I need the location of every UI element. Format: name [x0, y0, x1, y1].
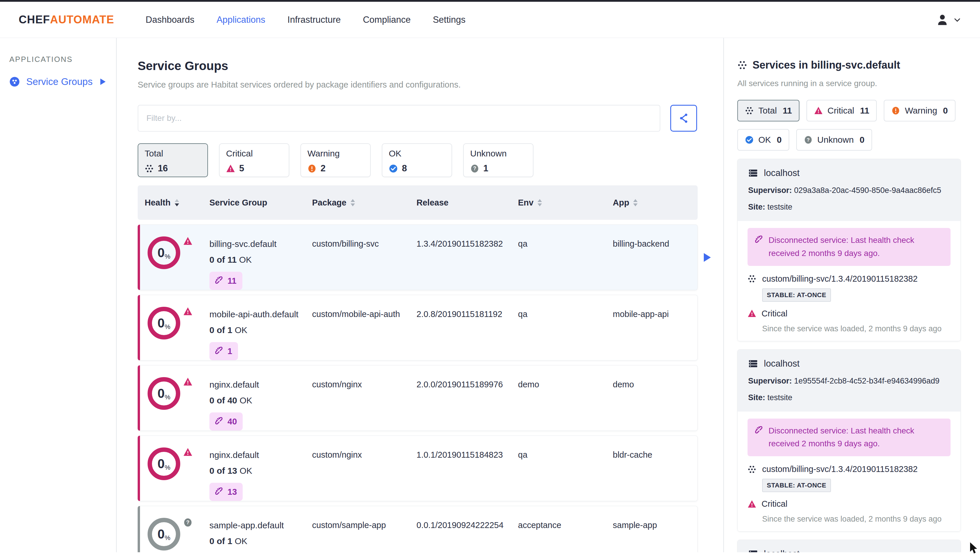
panel-status-chips: Total 11 Critical 11 Warning 0 OK 0 ? Un…	[737, 100, 961, 151]
release-cell: 1.0.1/20190115184823	[417, 436, 518, 501]
unknown-icon: ?	[470, 164, 479, 173]
column-header-service-group[interactable]: Service Group	[209, 198, 312, 208]
site-line: Site: testsite	[748, 393, 950, 402]
filter-input[interactable]	[138, 105, 660, 132]
ok-icon	[745, 136, 754, 144]
chip-label: Unknown	[817, 135, 854, 145]
panel-status-chip-critical[interactable]: Critical 11	[807, 100, 877, 121]
status-filter-card-total[interactable]: Total 16	[138, 143, 208, 177]
status-card-label: Warning	[307, 148, 364, 158]
service-group-row[interactable]: 0% mobile-api-auth.default 0 of 1 OK 1 c…	[138, 295, 698, 361]
column-header-package[interactable]: Package	[312, 198, 417, 208]
app-cell: billing-backend	[613, 225, 697, 290]
column-header-app[interactable]: App	[613, 198, 698, 208]
broken-link-icon	[215, 487, 224, 496]
sidebar-heading: APPLICATIONS	[10, 55, 116, 64]
service-card-body: Disconnected service: Last health check …	[738, 412, 961, 532]
service-group-row[interactable]: 0% nginx.default 0 of 40 OK 40 custom/ng…	[138, 365, 698, 431]
svg-text:?: ?	[186, 520, 189, 525]
service-group-cell: billing-svc.default 0 of 11 OK 11	[209, 225, 312, 290]
chip-label: Critical	[827, 106, 854, 116]
health-status-line: Critical	[748, 499, 951, 509]
panel-status-chip-ok[interactable]: OK 0	[737, 129, 789, 151]
nav-item-dashboards[interactable]: Dashboards	[146, 14, 194, 25]
column-header-health[interactable]: Health	[145, 198, 209, 208]
chip-count: 0	[859, 135, 864, 145]
env-cell: qa	[518, 295, 613, 360]
package-cell: custom/billing-svc	[312, 225, 417, 290]
package-cell: custom/nginx	[312, 436, 417, 501]
disconnected-badge: 11	[209, 272, 242, 290]
app-cell: bldr-cache	[613, 436, 697, 501]
ok-count: 0 of 1 OK	[209, 324, 306, 337]
service-group-cell: nginx.default 0 of 13 OK 13	[209, 436, 312, 501]
service-group-name: nginx.default	[209, 378, 306, 391]
status-filter-cards: Total 16 Critical 5 Warning 2 OK 8 Unkno…	[138, 143, 698, 177]
service-group-name: billing-svc.default	[209, 238, 306, 251]
update-strategy-badge: STABLE: AT-ONCE	[762, 479, 831, 492]
nav-item-infrastructure[interactable]: Infrastructure	[288, 14, 341, 25]
since-line: Since the service was loaded, 2 months 9…	[762, 515, 951, 524]
sidebar-item-service-groups[interactable]: Service Groups	[10, 76, 116, 87]
service-group-cell: nginx.default 0 of 40 OK 40	[209, 366, 312, 431]
release-cell: 1.3.4/20190115182382	[417, 225, 518, 290]
service-group-name: sample-app.default	[209, 519, 306, 532]
critical-icon	[226, 164, 235, 173]
critical-icon	[748, 500, 756, 508]
env-cell: qa	[518, 436, 613, 501]
person-icon	[935, 13, 949, 27]
services-icon	[745, 106, 754, 115]
critical-icon	[183, 447, 192, 501]
services-panel: Services in billing-svc.default All serv…	[723, 38, 980, 552]
server-icon	[748, 549, 758, 552]
panel-status-chip-unknown[interactable]: ? Unknown 0	[796, 129, 872, 151]
share-icon	[678, 112, 689, 124]
service-card-header: localhost Supervisor: 2fb65869-de1b-4341…	[738, 540, 961, 552]
critical-icon	[183, 307, 192, 360]
critical-icon	[183, 236, 192, 290]
panel-subtitle: All services running in a service group.	[737, 79, 961, 88]
status-card-count: 5	[239, 163, 244, 174]
chef-automate-logo[interactable]: CHEF AUTOMATE	[19, 13, 114, 26]
status-filter-card-warning[interactable]: Warning 2	[301, 143, 371, 177]
health-cell: 0%	[145, 225, 209, 290]
status-filter-card-ok[interactable]: OK 8	[382, 143, 452, 177]
service-group-row[interactable]: 0% nginx.default 0 of 13 OK 13 custom/ng…	[138, 436, 698, 501]
health-donut: 0%	[148, 518, 180, 551]
chevron-right-icon	[100, 78, 106, 85]
status-filter-card-unknown[interactable]: Unknown ? 1	[463, 143, 533, 177]
nav-item-settings[interactable]: Settings	[433, 14, 466, 25]
panel-status-chip-total[interactable]: Total 11	[737, 100, 799, 121]
page-subtitle: Service groups are Habitat services orde…	[138, 80, 698, 89]
release-cell: 2.0.8/20190115181192	[417, 295, 518, 360]
service-group-row[interactable]: 0% billing-svc.default 0 of 11 OK 11 cus…	[138, 225, 698, 290]
sidebar: APPLICATIONS Service Groups	[0, 38, 117, 552]
service-group-row[interactable]: 0% ? sample-app.default 0 of 1 OK 1 cust…	[138, 506, 698, 552]
column-header-release[interactable]: Release	[417, 198, 518, 208]
status-card-count: 1	[483, 163, 488, 174]
logo-automate: AUTOMATE	[50, 13, 114, 26]
share-button[interactable]	[670, 105, 697, 132]
service-card-header: localhost Supervisor: 029a3a8a-20ac-4590…	[738, 159, 961, 221]
health-donut: 0%	[148, 236, 180, 269]
broken-link-icon	[755, 236, 764, 244]
column-header-env[interactable]: Env	[518, 198, 613, 208]
panel-title-text: Services in billing-svc.default	[752, 59, 900, 71]
page-title: Service Groups	[138, 59, 698, 73]
user-menu[interactable]	[935, 13, 961, 27]
nav-item-compliance[interactable]: Compliance	[363, 14, 410, 25]
panel-status-chip-warning[interactable]: Warning 0	[884, 100, 955, 121]
app-cell: demo	[613, 366, 697, 431]
broken-link-icon	[215, 347, 224, 356]
nav-item-applications[interactable]: Applications	[216, 14, 265, 25]
unknown-icon: ?	[183, 518, 192, 552]
release-cell: 2.0.0/20190115189976	[417, 366, 518, 431]
service-cards-list: localhost Supervisor: 029a3a8a-20ac-4590…	[737, 159, 961, 552]
broken-link-icon	[215, 276, 224, 285]
status-filter-card-critical[interactable]: Critical 5	[219, 143, 290, 177]
service-card: localhost Supervisor: 2fb65869-de1b-4341…	[737, 540, 961, 552]
status-card-count: 16	[158, 163, 168, 174]
package-line: custom/billing-svc/1.3.4/20190115182382	[748, 274, 951, 284]
ok-count: 0 of 1 OK	[209, 535, 306, 548]
services-icon	[737, 60, 747, 70]
